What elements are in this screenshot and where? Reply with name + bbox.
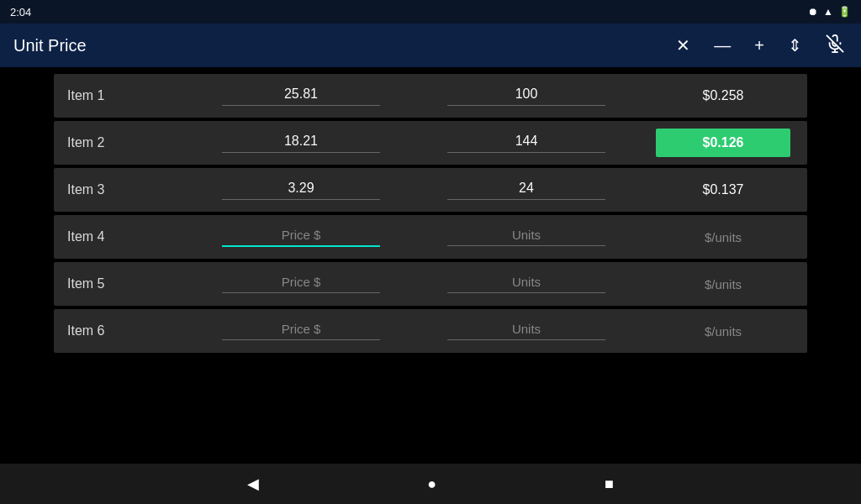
price-cell[interactable]: 25.81 bbox=[188, 83, 414, 109]
minimize-button[interactable]: — bbox=[710, 33, 734, 59]
result-cell-highlighted: $0.126 bbox=[639, 122, 807, 164]
table-row: Item 2 18.21 144 $0.126 bbox=[54, 121, 807, 165]
home-button[interactable]: ● bbox=[427, 475, 436, 493]
result-cell: $/units bbox=[639, 321, 807, 342]
units-cell[interactable]: 100 bbox=[414, 83, 639, 109]
result-cell: $0.258 bbox=[639, 85, 807, 107]
close-button[interactable]: ✕ bbox=[673, 32, 694, 59]
status-icons: ⏺ ▲ 🔋 bbox=[808, 6, 851, 18]
recents-button[interactable]: ■ bbox=[605, 475, 614, 493]
record-icon: ⏺ bbox=[808, 6, 818, 18]
item-label: Item 5 bbox=[54, 270, 188, 298]
table-row: Item 6 Price $ Units $/units bbox=[54, 309, 807, 353]
result-cell: $/units bbox=[639, 227, 807, 248]
price-input-cell[interactable]: Price $ bbox=[188, 224, 414, 250]
price-input-cell[interactable]: Price $ bbox=[188, 318, 414, 344]
result-cell: $/units bbox=[639, 274, 807, 295]
price-cell[interactable]: 18.21 bbox=[188, 130, 414, 156]
units-input-cell[interactable]: Units bbox=[414, 318, 639, 344]
status-time: 2:04 bbox=[10, 6, 31, 18]
item-label: Item 2 bbox=[54, 129, 188, 157]
price-input-cell[interactable]: Price $ bbox=[188, 271, 414, 297]
units-input-cell[interactable]: Units bbox=[414, 271, 639, 297]
status-bar: 2:04 ⏺ ▲ 🔋 bbox=[0, 0, 861, 24]
table-row: Item 3 3.29 24 $0.137 bbox=[54, 168, 807, 212]
mute-button[interactable] bbox=[822, 31, 848, 60]
units-input-cell[interactable]: Units bbox=[414, 224, 639, 249]
back-button[interactable]: ◀ bbox=[247, 475, 259, 493]
title-actions: ✕ — + ⇕ bbox=[673, 31, 848, 60]
units-cell[interactable]: 24 bbox=[414, 177, 639, 203]
updown-button[interactable]: ⇕ bbox=[784, 32, 806, 59]
item-label: Item 4 bbox=[54, 223, 188, 251]
main-content: Item 1 25.81 100 $0.258 Item 2 18.21 144 bbox=[0, 67, 861, 363]
table-row: Item 1 25.81 100 $0.258 bbox=[54, 74, 807, 118]
title-bar: Unit Price ✕ — + ⇕ bbox=[0, 24, 861, 67]
result-cell: $0.137 bbox=[639, 179, 807, 201]
item-label: Item 1 bbox=[54, 81, 188, 110]
signal-icon: ▲ bbox=[823, 6, 833, 18]
bottom-nav: ◀ ● ■ bbox=[0, 464, 861, 504]
units-cell[interactable]: 144 bbox=[414, 130, 639, 156]
table-row: Item 5 Price $ Units $/units bbox=[54, 262, 807, 306]
item-label: Item 3 bbox=[54, 176, 188, 204]
battery-icon: 🔋 bbox=[838, 6, 851, 18]
price-cell[interactable]: 3.29 bbox=[188, 177, 414, 203]
page-title: Unit Price bbox=[13, 36, 87, 55]
table-row: Item 4 Price $ Units $/units bbox=[54, 215, 807, 259]
add-button[interactable]: + bbox=[751, 33, 768, 59]
item-label: Item 6 bbox=[54, 317, 188, 345]
